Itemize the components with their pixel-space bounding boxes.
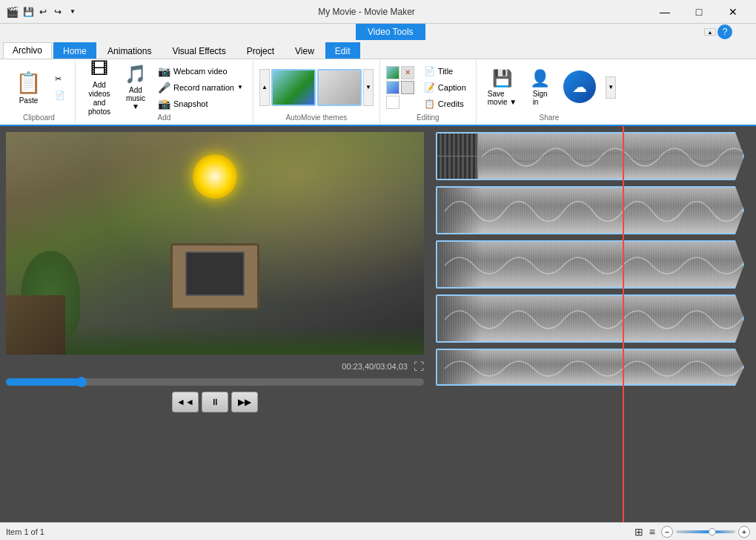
theme-2[interactable] bbox=[317, 69, 362, 106]
timeline-scrollable[interactable] bbox=[430, 126, 756, 522]
video-tools-tab[interactable]: Video Tools bbox=[356, 24, 425, 40]
video-panel: 00:23,40/03:04,03 ⛶ ◄◄ ⏸ ▶▶ bbox=[0, 126, 430, 522]
title-button[interactable]: 📄 Title bbox=[420, 64, 470, 79]
themes-content: ▲ ▼ bbox=[259, 62, 374, 112]
waveform-svg-2 bbox=[437, 188, 743, 233]
add-videos-button[interactable]: 🎞 Add videosand photos bbox=[82, 63, 117, 112]
sign-in-button[interactable]: 👤 Signin bbox=[525, 63, 555, 112]
cut-button[interactable]: ✂ bbox=[51, 72, 69, 87]
save-icon[interactable]: 💾 bbox=[21, 5, 35, 19]
timeline-clip-4[interactable] bbox=[436, 294, 744, 343]
theme-1[interactable] bbox=[271, 69, 316, 106]
waveform-svg-1 bbox=[437, 134, 743, 179]
save-movie-icon: 💾 bbox=[492, 69, 512, 88]
item-info: Item 1 of 1 bbox=[6, 527, 44, 536]
edit-icon-3[interactable] bbox=[401, 81, 414, 94]
pause-button[interactable]: ⏸ bbox=[202, 392, 228, 412]
save-movie-button[interactable]: 💾 Savemovie ▼ bbox=[483, 63, 522, 112]
themes-scroll-up[interactable]: ▲ bbox=[259, 69, 270, 106]
timestamp-display: 00:23,40/03:04,03 bbox=[342, 362, 408, 371]
redo-icon[interactable]: ↪ bbox=[51, 5, 64, 19]
dropdown-icon[interactable]: ▼ bbox=[66, 5, 79, 19]
view-icon-1[interactable]: ⊞ bbox=[634, 526, 643, 538]
credits-button[interactable]: 📋 Credits bbox=[420, 96, 470, 111]
tab-home[interactable]: Home bbox=[53, 42, 96, 59]
microphone-icon: 🎤 bbox=[158, 82, 170, 93]
ribbon-group-editing: ✕ 📄 Title 📝 Caption 📋 bbox=[380, 61, 477, 123]
theme-1-preview bbox=[273, 70, 314, 105]
add-music-button[interactable]: 🎵 Addmusic ▼ bbox=[120, 63, 151, 112]
progress-fill bbox=[6, 378, 82, 386]
zoom-in-button[interactable]: + bbox=[738, 526, 750, 538]
timeline-clip-5[interactable] bbox=[436, 349, 744, 386]
app-icon: 🎬 bbox=[6, 6, 19, 18]
tab-animations[interactable]: Animations bbox=[98, 42, 161, 59]
tab-project[interactable]: Project bbox=[237, 42, 284, 59]
undo-icon[interactable]: ↩ bbox=[36, 5, 50, 19]
clipboard-content: 📋 Paste ✂ 📄 bbox=[9, 62, 69, 112]
close-button[interactable]: ✕ bbox=[716, 0, 750, 24]
minimize-button[interactable]: — bbox=[648, 0, 682, 24]
rewind-button[interactable]: ◄◄ bbox=[172, 392, 199, 412]
progress-bar[interactable] bbox=[6, 378, 424, 386]
snapshot-icon: 📸 bbox=[158, 98, 170, 110]
tab-archivo[interactable]: Archivo bbox=[3, 42, 52, 59]
quick-access-toolbar: 💾 ↩ ↪ ▼ bbox=[21, 5, 79, 19]
user-icon: 👤 bbox=[530, 69, 550, 88]
edit-icon-2[interactable] bbox=[386, 81, 399, 94]
zoom-slider[interactable] bbox=[676, 530, 735, 533]
share-scroll-btn[interactable]: ▼ bbox=[606, 76, 616, 99]
ribbon-group-clipboard: 📋 Paste ✂ 📄 Clipboard bbox=[3, 61, 76, 123]
ribbon-group-automovie: ▲ ▼ AutoMovie themes bbox=[253, 61, 380, 123]
clipboard-small-btns: ✂ 📄 bbox=[51, 72, 69, 103]
paste-button[interactable]: 📋 Paste bbox=[9, 63, 48, 112]
main-content: 00:23,40/03:04,03 ⛶ ◄◄ ⏸ ▶▶ bbox=[0, 126, 756, 522]
tab-edit[interactable]: Edit bbox=[325, 42, 360, 59]
furniture bbox=[6, 295, 65, 355]
view-icon-2[interactable]: ≡ bbox=[649, 526, 655, 538]
playback-controls: ◄◄ ⏸ ▶▶ bbox=[6, 392, 424, 412]
timeline-clip-1[interactable] bbox=[436, 132, 744, 180]
forward-button[interactable]: ▶▶ bbox=[231, 392, 258, 412]
themes-strip: ▲ ▼ bbox=[259, 69, 374, 106]
copy-button[interactable]: 📄 bbox=[51, 88, 69, 103]
theme-2-preview bbox=[319, 70, 360, 105]
themes-scroll-down[interactable]: ▼ bbox=[363, 69, 374, 106]
caption-icon: 📝 bbox=[424, 82, 435, 93]
fullscreen-button[interactable]: ⛶ bbox=[414, 360, 424, 372]
snapshot-button[interactable]: 📸 Snapshot bbox=[154, 96, 247, 111]
maximize-button[interactable]: □ bbox=[682, 0, 716, 24]
tab-visual-effects[interactable]: Visual Effects bbox=[162, 42, 235, 59]
timeline-panel bbox=[430, 126, 756, 522]
tv-element bbox=[170, 243, 259, 310]
timeline-clip-2[interactable] bbox=[436, 186, 744, 234]
zoom-out-button[interactable]: − bbox=[661, 526, 673, 538]
ribbon-help-btn[interactable]: ? bbox=[717, 24, 732, 39]
zoom-thumb[interactable] bbox=[709, 528, 716, 536]
progress-thumb[interactable] bbox=[76, 377, 87, 387]
title-bar: 🎬 💾 ↩ ↪ ▼ My Movie - Movie Maker — □ ✕ bbox=[0, 0, 756, 24]
window-controls: — □ ✕ bbox=[648, 0, 750, 24]
edit-icon-scroll[interactable] bbox=[386, 96, 399, 109]
window-title: My Movie - Movie Maker bbox=[85, 7, 648, 17]
edit-icon-1[interactable] bbox=[386, 66, 399, 79]
status-bar-right: ⊞ ≡ − + bbox=[634, 526, 750, 538]
share-label: Share bbox=[540, 112, 560, 122]
caption-button[interactable]: 📝 Caption bbox=[420, 80, 470, 95]
ribbon-tabs: Archivo Home Animations Visual Effects P… bbox=[0, 40, 756, 59]
onedrive-button[interactable]: ☁ bbox=[558, 63, 601, 112]
timeline-clip-3[interactable] bbox=[436, 240, 744, 289]
record-narration-button[interactable]: 🎤 Record narration ▼ bbox=[154, 80, 247, 95]
waveform-svg-5 bbox=[437, 350, 743, 384]
ribbon-group-share: 💾 Savemovie ▼ 👤 Signin ☁ ▼ Share bbox=[477, 61, 622, 123]
copy-icon: 📄 bbox=[55, 90, 65, 100]
editing-label: Editing bbox=[417, 112, 440, 122]
ribbon-group-add: 🎞 Add videosand photos 🎵 Addmusic ▼ 📷 We… bbox=[76, 61, 253, 123]
ribbon-nav-up[interactable]: ▲ bbox=[704, 28, 716, 36]
edit-icon-x[interactable]: ✕ bbox=[401, 66, 414, 79]
video-timestamp-row: 00:23,40/03:04,03 ⛶ bbox=[6, 360, 424, 372]
tab-view[interactable]: View bbox=[285, 42, 324, 59]
paste-label: Paste bbox=[19, 96, 39, 105]
webcam-button[interactable]: 📷 Webcam video bbox=[154, 64, 247, 79]
waveform-svg-4 bbox=[437, 296, 743, 341]
